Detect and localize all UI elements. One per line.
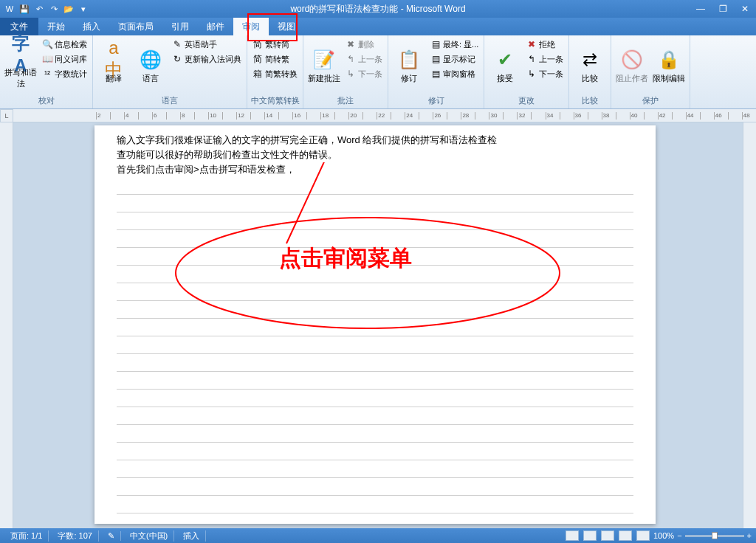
- page[interactable]: 输入文字我们很难保证输入的文字的拼写完全正确，Word 给我们提供的拼写和语法检…: [94, 125, 656, 524]
- delete-comment-button[interactable]: ✖删除: [343, 37, 385, 52]
- status-proof[interactable]: ✎: [102, 531, 121, 541]
- doc-text[interactable]: 查功能可以很好的帮助我们检查出文性文件的错误。: [117, 148, 633, 162]
- translate-button[interactable]: a中 翻译: [96, 37, 131, 94]
- restrict-editing-button[interactable]: 🔒 限制编辑: [651, 37, 687, 94]
- group-comments: 📝 新建批注 ✖删除 ↰上一条 ↳下一条 批注: [303, 35, 388, 108]
- vertical-scrollbar[interactable]: [743, 122, 756, 528]
- simp-icon: 简: [252, 39, 263, 49]
- quick-access-toolbar: W 💾 ↶ ↷ 📂 ▾: [0, 2, 93, 15]
- tab-references[interactable]: 引用: [162, 18, 198, 35]
- status-language[interactable]: 中文(中国): [124, 530, 174, 542]
- status-insert-mode[interactable]: 插入: [177, 530, 206, 542]
- convert-button[interactable]: 箱简繁转换: [250, 66, 300, 81]
- globe-icon: 🌐: [139, 48, 162, 72]
- next-change-button[interactable]: ↳下一条: [524, 66, 566, 81]
- redo-icon[interactable]: ↷: [47, 2, 61, 15]
- accept-button[interactable]: ✔ 接受: [487, 37, 523, 94]
- group-changes: ✔ 接受 ✖拒绝 ↰上一条 ↳下一条 更改: [484, 35, 569, 108]
- wordcount-button[interactable]: ¹²字数统计: [40, 66, 89, 81]
- new-comment-button[interactable]: 📝 新建批注: [306, 37, 342, 94]
- qat-dropdown-icon[interactable]: ▾: [77, 2, 90, 15]
- delete-icon: ✖: [346, 39, 356, 49]
- simp-to-trad-button[interactable]: 简简转繁: [250, 52, 300, 66]
- status-words[interactable]: 字数: 107: [52, 530, 98, 542]
- track-changes-button[interactable]: 📋 修订: [391, 37, 427, 94]
- comment-icon: 📝: [312, 48, 336, 72]
- tab-insert[interactable]: 插入: [74, 18, 109, 35]
- zoom-level[interactable]: 100%: [653, 531, 674, 540]
- maximize-button[interactable]: ❐: [712, 0, 734, 18]
- display-mode-button[interactable]: ▤最终: 显...: [428, 37, 481, 52]
- ribbon: 字A 拼写和语法 🔍信息检索 📖同义词库 ¹²字数统计 校对 a中 翻译 🌐 语…: [0, 35, 756, 109]
- word-icon[interactable]: W: [3, 2, 16, 15]
- document-area[interactable]: 输入文字我们很难保证输入的文字的拼写完全正确，Word 给我们提供的拼写和语法检…: [13, 122, 743, 528]
- prev-change-button[interactable]: ↰上一条: [524, 52, 566, 66]
- save-icon[interactable]: 💾: [18, 2, 31, 15]
- web-view[interactable]: [601, 530, 614, 541]
- review-pane-button[interactable]: ▤审阅窗格: [428, 66, 481, 81]
- show-markup-button[interactable]: ▤显示标记: [428, 52, 481, 66]
- tab-home[interactable]: 开始: [38, 18, 74, 35]
- compare-icon: ⇄: [578, 48, 602, 72]
- spelling-grammar-button[interactable]: 字A 拼写和语法: [3, 37, 38, 94]
- count-icon: ¹²: [42, 69, 52, 79]
- check-icon: 字A: [9, 42, 32, 66]
- reject-button[interactable]: ✖拒绝: [524, 37, 566, 52]
- update-ime-button[interactable]: ↻更新输入法词典: [170, 52, 244, 66]
- zoom-slider[interactable]: [685, 535, 744, 537]
- zoom-out-button[interactable]: −: [677, 531, 681, 540]
- group-language: a中 翻译 🌐 语言 ✎英语助手 ↻更新输入法词典 语言: [93, 35, 247, 108]
- book-icon: 📖: [42, 54, 52, 64]
- window-title: word的拼写和语法检查功能 - Microsoft Word: [290, 3, 465, 15]
- track-icon: 📋: [397, 48, 421, 72]
- fullscreen-view[interactable]: [583, 530, 597, 541]
- next-comment-button[interactable]: ↳下一条: [343, 66, 385, 81]
- close-button[interactable]: ✕: [734, 0, 756, 18]
- print-layout-view[interactable]: [566, 530, 579, 541]
- thesaurus-button[interactable]: 📖同义词库: [40, 52, 89, 66]
- lock-icon: 🔒: [657, 48, 681, 72]
- zoom-control: 100% − +: [653, 531, 752, 540]
- refresh-icon: ↻: [172, 54, 182, 64]
- tab-layout[interactable]: 页面布局: [109, 18, 162, 35]
- group-protect: 🚫 阻止作者 🔒 限制编辑 保护: [611, 35, 690, 108]
- menubar: 文件 开始 插入 页面布局 引用 邮件 审阅 视图: [0, 18, 756, 35]
- titlebar: W 💾 ↶ ↷ 📂 ▾ word的拼写和语法检查功能 - Microsoft W…: [0, 0, 756, 18]
- compare-button[interactable]: ⇄ 比较: [572, 37, 608, 94]
- block-icon: 🚫: [620, 48, 644, 72]
- minimize-button[interactable]: —: [690, 0, 712, 18]
- next-icon: ↳: [526, 69, 537, 79]
- english-assistant-button[interactable]: ✎英语助手: [170, 37, 244, 52]
- outline-view[interactable]: [619, 530, 632, 541]
- doc-text[interactable]: 首先我们点击审阅>点击拼写和语发检查，: [117, 162, 633, 177]
- zoom-in-button[interactable]: +: [747, 531, 752, 540]
- translate-icon: a中: [102, 48, 126, 72]
- draft-view[interactable]: [636, 530, 650, 541]
- statusbar: 页面: 1/1 字数: 107 ✎ 中文(中国) 插入 100% − +: [0, 528, 756, 543]
- convert-icon: 箱: [252, 69, 263, 79]
- horizontal-ruler[interactable]: L 24681012141618202224262830323436384042…: [0, 109, 756, 122]
- group-proofing: 字A 拼写和语法 🔍信息检索 📖同义词库 ¹²字数统计 校对: [0, 35, 93, 108]
- prev-icon: ↰: [526, 54, 537, 64]
- pencil-icon: ✎: [172, 39, 182, 49]
- open-icon[interactable]: 📂: [62, 2, 75, 15]
- group-compare: ⇄ 比较 比较: [569, 35, 611, 108]
- window-controls: — ❐ ✕: [690, 0, 756, 18]
- block-authors-button[interactable]: 🚫 阻止作者: [614, 37, 650, 94]
- doc-text[interactable]: 输入文字我们很难保证输入的文字的拼写完全正确，Word 给我们提供的拼写和语法检…: [117, 133, 633, 148]
- status-page[interactable]: 页面: 1/1: [4, 530, 49, 542]
- ruler-corner[interactable]: L: [0, 109, 13, 122]
- vertical-ruler[interactable]: [0, 122, 13, 528]
- tab-mailings[interactable]: 邮件: [198, 18, 233, 35]
- tab-review[interactable]: 审阅: [233, 18, 269, 35]
- trad-icon: 简: [252, 54, 263, 64]
- research-button[interactable]: 🔍信息检索: [40, 37, 89, 52]
- group-tracking: 📋 修订 ▤最终: 显... ▤显示标记 ▤审阅窗格 修订: [388, 35, 484, 108]
- language-button[interactable]: 🌐 语言: [133, 37, 168, 94]
- tab-view[interactable]: 视图: [269, 18, 304, 35]
- accept-icon: ✔: [493, 48, 517, 72]
- trad-to-simp-button[interactable]: 简繁转简: [250, 37, 300, 52]
- prev-comment-button[interactable]: ↰上一条: [343, 52, 385, 66]
- next-icon: ↳: [346, 69, 356, 79]
- undo-icon[interactable]: ↶: [32, 2, 46, 15]
